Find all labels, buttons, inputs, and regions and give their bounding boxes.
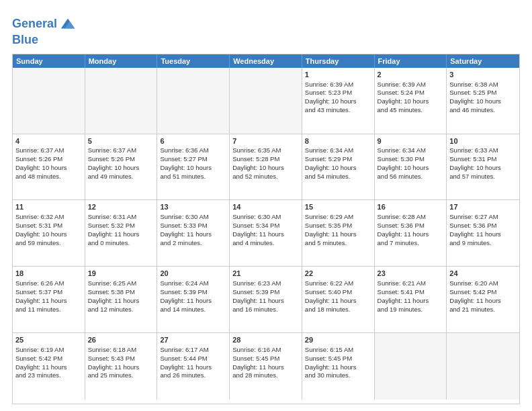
day-info-line: and 51 minutes. [160, 173, 226, 181]
day-info-line: Daylight: 11 hours [160, 363, 226, 372]
day-cell-14: 14Sunrise: 6:30 AMSunset: 5:34 PMDayligh… [230, 200, 302, 267]
day-info-line: and 48 minutes. [15, 173, 82, 181]
day-info-line: Sunset: 5:45 PM [305, 355, 371, 363]
day-info-line: Daylight: 11 hours [378, 230, 444, 239]
logo-text2: Blue [12, 33, 38, 46]
header-cell-tuesday: Tuesday [157, 54, 230, 68]
day-cell-18: 18Sunrise: 6:26 AMSunset: 5:37 PMDayligh… [13, 267, 85, 333]
day-info-line: Sunset: 5:34 PM [232, 222, 299, 230]
day-cell-7: 7Sunrise: 6:35 AMSunset: 5:28 PMDaylight… [230, 134, 302, 201]
day-info-line: Daylight: 11 hours [15, 363, 82, 372]
day-info-line: Sunset: 5:36 PM [449, 222, 517, 230]
day-info-line: Daylight: 11 hours [378, 297, 444, 306]
day-info-line: and 19 minutes. [378, 306, 444, 314]
day-number: 23 [378, 269, 444, 279]
day-info-line: Sunrise: 6:21 AM [378, 279, 444, 288]
day-cell-25: 25Sunrise: 6:19 AMSunset: 5:42 PMDayligh… [13, 333, 85, 400]
day-cell-9: 9Sunrise: 6:34 AMSunset: 5:30 PMDaylight… [375, 134, 447, 201]
day-number: 27 [160, 335, 226, 345]
day-info-line: Daylight: 11 hours [232, 297, 299, 306]
day-info-line: Sunset: 5:43 PM [88, 355, 154, 363]
day-info-line: Daylight: 11 hours [160, 230, 226, 239]
day-number: 11 [15, 202, 82, 212]
day-info-line: and 2 minutes. [160, 239, 226, 248]
day-cell-26: 26Sunrise: 6:18 AMSunset: 5:43 PMDayligh… [85, 333, 158, 400]
page: General Blue SundayMondayTuesdayWednesda… [0, 0, 532, 411]
day-info-line: Sunrise: 6:32 AM [15, 213, 82, 222]
header: General Blue [12, 12, 520, 47]
day-info-line: Sunset: 5:39 PM [160, 288, 226, 297]
empty-cell [13, 68, 85, 134]
day-info-line: Sunrise: 6:29 AM [305, 213, 371, 222]
day-info-line: Sunset: 5:31 PM [449, 155, 517, 164]
day-info-line: Daylight: 11 hours [88, 297, 154, 306]
day-cell-28: 28Sunrise: 6:16 AMSunset: 5:45 PMDayligh… [230, 333, 302, 400]
day-info-line: and 4 minutes. [232, 239, 299, 248]
day-info-line: Daylight: 11 hours [15, 297, 82, 306]
day-info-line: Sunset: 5:26 PM [15, 155, 82, 164]
day-info-line: and 21 minutes. [449, 306, 517, 314]
day-info-line: Daylight: 10 hours [305, 164, 371, 173]
day-info-line: and 52 minutes. [232, 173, 299, 181]
day-info-line: Sunset: 5:39 PM [232, 288, 299, 297]
logo: General Blue [12, 15, 77, 47]
day-number: 17 [449, 202, 517, 212]
day-info-line: Sunrise: 6:37 AM [88, 146, 154, 155]
day-info-line: Daylight: 11 hours [305, 297, 371, 306]
day-info-line: and 11 minutes. [15, 306, 82, 314]
day-info-line: and 59 minutes. [15, 239, 82, 248]
day-number: 21 [232, 269, 299, 279]
day-cell-27: 27Sunrise: 6:17 AMSunset: 5:44 PMDayligh… [157, 333, 230, 400]
day-info-line: Sunset: 5:29 PM [305, 155, 371, 164]
day-number: 25 [15, 335, 82, 345]
day-info-line: and 45 minutes. [378, 106, 444, 115]
day-number: 28 [232, 335, 299, 345]
day-info-line: Daylight: 10 hours [378, 97, 444, 106]
day-cell-22: 22Sunrise: 6:22 AMSunset: 5:40 PMDayligh… [302, 267, 375, 333]
day-info-line: and 54 minutes. [305, 173, 371, 181]
day-cell-5: 5Sunrise: 6:37 AMSunset: 5:26 PMDaylight… [85, 134, 158, 201]
day-info-line: Daylight: 10 hours [449, 97, 517, 106]
day-info-line: and 9 minutes. [449, 239, 517, 248]
day-info-line: Sunset: 5:38 PM [88, 288, 154, 297]
day-info-line: and 12 minutes. [88, 306, 154, 314]
day-number: 5 [88, 136, 154, 146]
day-info-line: Sunset: 5:27 PM [160, 155, 226, 164]
day-cell-10: 10Sunrise: 6:33 AMSunset: 5:31 PMDayligh… [447, 134, 519, 201]
day-number: 3 [449, 70, 517, 80]
day-number: 20 [160, 269, 226, 279]
day-info-line: Sunset: 5:23 PM [305, 89, 371, 97]
day-number: 6 [160, 136, 226, 146]
day-number: 9 [378, 136, 444, 146]
day-info-line: Daylight: 10 hours [15, 230, 82, 239]
day-number: 10 [449, 136, 517, 146]
empty-cell [230, 68, 302, 134]
day-info-line: Sunrise: 6:30 AM [160, 213, 226, 222]
day-info-line: and 57 minutes. [449, 173, 517, 181]
day-info-line: Sunset: 5:30 PM [378, 155, 444, 164]
day-info-line: Sunset: 5:40 PM [305, 288, 371, 297]
day-number: 22 [305, 269, 371, 279]
day-info-line: and 56 minutes. [378, 173, 444, 181]
day-info-line: Sunrise: 6:16 AM [232, 346, 299, 355]
day-number: 26 [88, 335, 154, 345]
day-info-line: Sunrise: 6:27 AM [449, 213, 517, 222]
day-info-line: Sunrise: 6:35 AM [232, 146, 299, 155]
day-info-line: and 46 minutes. [449, 106, 517, 115]
day-info-line: Sunset: 5:25 PM [449, 89, 517, 97]
day-info-line: Sunrise: 6:17 AM [160, 346, 226, 355]
empty-cell [375, 333, 447, 400]
day-info-line: Sunrise: 6:15 AM [305, 346, 371, 355]
day-cell-16: 16Sunrise: 6:28 AMSunset: 5:36 PMDayligh… [375, 200, 447, 267]
calendar-header: SundayMondayTuesdayWednesdayThursdayFrid… [13, 54, 519, 68]
day-info-line: and 5 minutes. [305, 239, 371, 248]
day-info-line: Daylight: 10 hours [88, 164, 154, 173]
empty-cell [85, 68, 158, 134]
day-number: 7 [232, 136, 299, 146]
day-info-line: and 16 minutes. [232, 306, 299, 314]
day-cell-24: 24Sunrise: 6:20 AMSunset: 5:42 PMDayligh… [447, 267, 519, 333]
day-info-line: Sunset: 5:32 PM [88, 222, 154, 230]
day-number: 24 [449, 269, 517, 279]
day-cell-19: 19Sunrise: 6:25 AMSunset: 5:38 PMDayligh… [85, 267, 158, 333]
day-info-line: Sunset: 5:31 PM [15, 222, 82, 230]
